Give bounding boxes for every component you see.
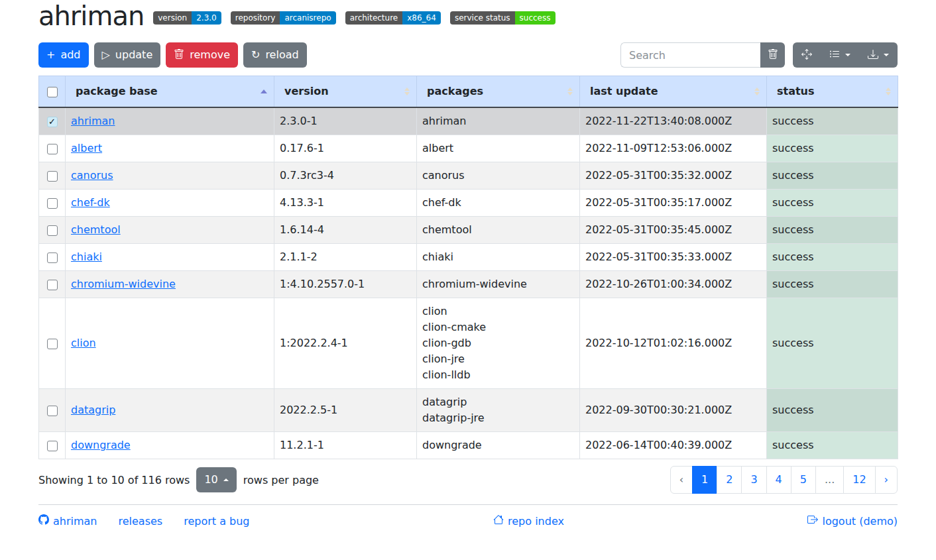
row-checkbox[interactable]	[47, 144, 58, 154]
project-links: ahriman releases report a bug	[38, 514, 249, 528]
last-update-cell: 2022-06-14T00:40:39.000Z	[580, 432, 767, 459]
row-checkbox[interactable]	[47, 280, 58, 290]
remove-button[interactable]: remove	[166, 42, 238, 68]
table-toolbar	[620, 42, 898, 68]
package-base-link[interactable]: ahriman	[71, 115, 115, 127]
version-cell: 0.7.3rc3-4	[274, 162, 417, 190]
table-row: albert 0.17.6-1 albert 2022-11-09T12:53:…	[39, 135, 898, 162]
search-input[interactable]	[620, 42, 760, 68]
update-button[interactable]: ▷ update	[94, 42, 161, 68]
packages-cell: chef-dk	[417, 190, 580, 217]
row-checkbox[interactable]	[47, 225, 58, 236]
status-cell: success	[767, 244, 898, 271]
search-group	[620, 42, 785, 68]
version-cell: 2.3.0-1	[274, 107, 417, 135]
package-base-link[interactable]: clion	[71, 337, 96, 349]
package-base-link[interactable]: albert	[71, 142, 102, 154]
version-cell: 0.17.6-1	[274, 135, 417, 162]
sort-icon	[404, 87, 410, 95]
version-cell: 1.6.14-4	[274, 217, 417, 244]
package-base-link[interactable]: downgrade	[71, 439, 131, 451]
pagination-prev[interactable]: ‹	[670, 466, 693, 494]
sort-icon	[886, 87, 891, 95]
logout-icon	[807, 514, 818, 528]
last-update-cell: 2022-11-09T12:53:06.000Z	[580, 135, 767, 162]
service-status-badge: service status success	[450, 11, 556, 25]
pagination-info: Showing 1 to 10 of 116 rows	[38, 474, 190, 486]
logout-link[interactable]: logout (demo)	[807, 514, 898, 528]
page-size-dropdown[interactable]: 10	[196, 467, 236, 492]
pagination-page-12[interactable]: 12	[844, 466, 875, 494]
sort-icon	[567, 87, 573, 95]
package-base-link[interactable]: chef-dk	[71, 196, 110, 209]
pagination-ellipsis[interactable]: ...	[816, 466, 844, 494]
trash-icon	[768, 49, 778, 62]
status-cell: success	[767, 217, 898, 244]
reload-icon: ↻	[251, 50, 260, 60]
reload-button[interactable]: ↻ reload	[243, 42, 307, 68]
github-link[interactable]: ahriman	[38, 514, 97, 528]
report-bug-link[interactable]: report a bug	[184, 515, 249, 528]
footer-divider	[38, 504, 898, 505]
package-base-link[interactable]: datagrip	[71, 404, 115, 416]
status-cell: success	[767, 271, 898, 298]
export-dropdown-button[interactable]	[859, 42, 898, 68]
row-checkbox[interactable]	[47, 441, 58, 451]
arrows-move-icon	[801, 49, 812, 62]
pagination-page-1[interactable]: 1	[693, 466, 717, 494]
pagination-next[interactable]: ›	[876, 466, 898, 494]
row-checkbox[interactable]	[47, 117, 58, 127]
table-footer: Showing 1 to 10 of 116 rows 10 rows per …	[38, 466, 898, 494]
table-row: chef-dk 4.13.3-1 chef-dk 2022-05-31T00:3…	[39, 190, 898, 217]
row-checkbox[interactable]	[47, 252, 58, 263]
row-checkbox[interactable]	[47, 339, 58, 349]
page-container: ahriman version 2.3.0 repository arcanis…	[38, 0, 898, 554]
releases-link[interactable]: releases	[119, 515, 163, 528]
pagination-page-2[interactable]: 2	[717, 466, 742, 494]
row-checkbox[interactable]	[47, 406, 58, 416]
sort-ascending-icon	[261, 89, 267, 93]
pagination: ‹ 1 2 3 4 5 ... 12 ›	[670, 466, 898, 494]
column-header-packages[interactable]: packages	[417, 76, 580, 108]
status-cell: success	[767, 389, 898, 432]
package-base-link[interactable]: chemtool	[71, 223, 121, 236]
column-header-last-update[interactable]: last update	[580, 76, 767, 108]
column-header-status[interactable]: status	[767, 76, 898, 108]
select-all-header	[39, 76, 66, 108]
packages-cell: datagrip datagrip-jre	[417, 389, 580, 432]
columns-dropdown-button[interactable]	[821, 42, 859, 68]
table-header-row: package base version packages last updat…	[39, 76, 898, 108]
package-base-link[interactable]: chiaki	[71, 251, 102, 263]
toolbar-actions: + add ▷ update remove ↻ reload	[38, 42, 307, 68]
status-cell: success	[767, 135, 898, 162]
packages-table: package base version packages last updat…	[38, 76, 898, 459]
page-title: ahriman	[38, 0, 144, 32]
status-cell: success	[767, 432, 898, 459]
clear-search-button[interactable]	[760, 42, 785, 68]
pagination-page-4[interactable]: 4	[767, 466, 791, 494]
last-update-cell: 2022-09-30T00:30:21.000Z	[580, 389, 767, 432]
table-row: ahriman 2.3.0-1 ahriman 2022-11-22T13:40…	[39, 107, 898, 135]
caret-down-icon	[845, 54, 850, 56]
select-all-checkbox[interactable]	[47, 87, 58, 97]
column-header-version[interactable]: version	[274, 76, 417, 108]
fullscreen-button[interactable]	[793, 42, 821, 68]
last-update-cell: 2022-10-12T01:02:16.000Z	[580, 298, 767, 389]
column-header-package-base[interactable]: package base	[66, 76, 274, 108]
repo-index-link[interactable]: repo index	[493, 514, 564, 528]
last-update-cell: 2022-05-31T00:35:45.000Z	[580, 217, 767, 244]
packages-cell: chromium-widevine	[417, 271, 580, 298]
version-cell: 11.2.1-1	[274, 432, 417, 459]
sort-icon	[754, 87, 760, 95]
packages-cell: chiaki	[417, 244, 580, 271]
package-base-link[interactable]: chromium-widevine	[71, 278, 176, 290]
pagination-page-3[interactable]: 3	[742, 466, 766, 494]
status-cell: success	[767, 162, 898, 190]
add-button[interactable]: + add	[38, 42, 89, 68]
pagination-info-block: Showing 1 to 10 of 116 rows 10 rows per …	[38, 467, 319, 492]
pagination-page-5[interactable]: 5	[791, 466, 816, 494]
row-checkbox[interactable]	[47, 198, 58, 209]
package-base-link[interactable]: canorus	[71, 169, 113, 182]
row-checkbox[interactable]	[47, 171, 58, 182]
architecture-badge: architecture x86_64	[345, 11, 441, 25]
